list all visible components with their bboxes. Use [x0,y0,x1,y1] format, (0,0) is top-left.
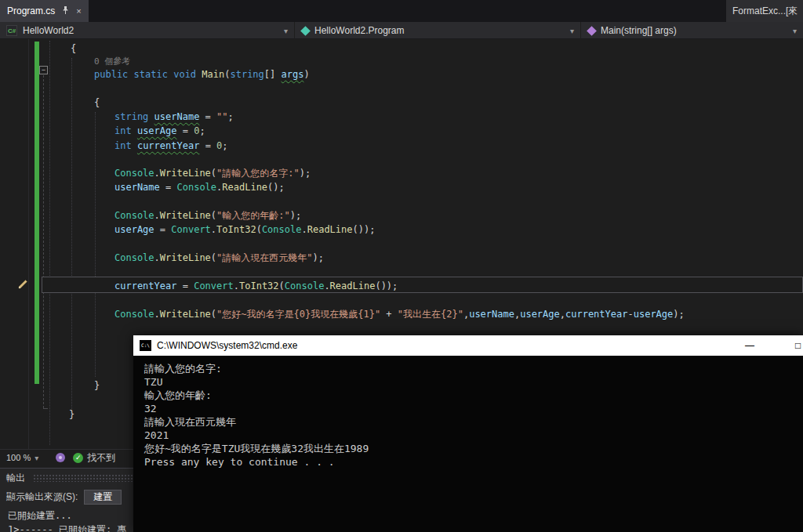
code-line[interactable]: currentYear = Convert.ToInt32(Console.Re… [114,279,398,293]
code-token: public [94,69,128,80]
code-line[interactable]: } [69,407,74,422]
code-line[interactable]: Console.WriteLine("請輸入現在西元幾年"); [114,251,324,265]
zoom-control[interactable]: 100 % [0,450,45,465]
status-indicator-icon[interactable] [56,453,65,462]
code-token: ()); [353,224,376,235]
chevron-down-icon [570,25,574,36]
code-token: "" [216,111,227,122]
code-token: "您好~我的名字是{0}我現在幾歲{1}" [216,309,380,320]
tab-title: Program.cs [7,5,55,16]
type-dropdown[interactable]: HelloWorld2.Program [296,22,581,39]
indent-guide [49,41,50,445]
maximize-button[interactable]: □ [790,335,803,356]
console-line: 您好~我的名字是TZU我現在幾歲32我出生在1989 [144,442,803,455]
code-token: WriteLine [160,168,211,179]
code-token: void [173,69,196,80]
code-token: int [114,125,132,136]
code-token: = [176,280,194,291]
code-token: { [71,43,76,54]
code-line[interactable]: { [94,96,100,110]
code-token: ReadLine [222,182,267,193]
code-token: Console [114,210,154,221]
output-source-row: 顯示輸出來源(S): 建置 [6,490,122,505]
close-icon[interactable]: × [76,7,81,16]
code-token: userName [154,111,200,122]
code-token: ToInt32 [216,224,256,235]
code-token: Console [262,224,302,235]
code-token: ( [211,210,216,221]
cmd-icon [140,340,151,351]
code-line[interactable]: int currentYear = 0; [114,139,228,153]
cmd-title-bar[interactable]: C:\WINDOWS\system32\cmd.exe — □ [133,335,803,356]
health-check-icon [73,453,83,463]
code-token: userAge [114,224,154,235]
code-line[interactable]: userName = Console.ReadLine(); [114,180,285,194]
pin-icon[interactable] [61,5,70,17]
cmd-output[interactable]: 請輸入您的名字:TZU輸入您的年齡:32請輸入現在西元幾年2021您好~我的名字… [133,356,803,532]
tab-program-cs[interactable]: Program.cs × [0,0,89,22]
output-source-label: 顯示輸出來源(S): [6,490,78,504]
console-line: 32 [144,402,803,415]
code-line[interactable]: Console.WriteLine("您好~我的名字是{0}我現在幾歲{1}" … [114,307,685,321]
code-token: Convert [171,224,211,235]
code-token: + [380,309,398,320]
code-token: ); [300,168,311,179]
code-token: ReadLine [330,280,376,291]
chevron-down-icon [284,25,288,36]
health-status-text: 找不到 [87,451,115,465]
navigation-bar: HelloWorld2 HelloWorld2.Program Main(str… [0,22,803,39]
zoom-value: 100 % [6,453,31,462]
code-token: "輸入您的年齡:" [216,210,290,221]
console-line: TZU [144,375,803,389]
code-line[interactable]: Console.WriteLine("輸入您的年齡:"); [114,208,301,223]
output-source-dropdown[interactable]: 建置 [84,490,122,505]
code-token: ); [313,252,324,263]
code-token: Console [114,168,154,179]
code-line[interactable]: public static void Main(string[] args) [94,67,310,81]
minimize-button[interactable]: — [732,335,767,356]
floating-window-title[interactable]: FormatExc...[來 [726,0,803,22]
change-tracking-bar [35,42,39,384]
output-lines: 已開始建置...1>------ 已開始建置: 專 [8,508,126,532]
code-token: = [160,182,177,193]
code-line[interactable]: userAge = Convert.ToInt32(Console.ReadLi… [114,223,375,237]
output-line: 1>------ 已開始建置: 專 [8,523,126,532]
code-line[interactable]: Console.WriteLine("請輸入您的名字:"); [114,166,311,180]
console-line: 請輸入您的名字: [144,362,803,375]
console-line: 請輸入現在西元幾年 [144,415,803,429]
console-line: Press any key to continue . . . [144,455,803,469]
code-token: int [114,140,132,151]
code-token: } [94,380,100,391]
member-dropdown[interactable]: Main(string[] args) [582,22,803,39]
code-token: ( [256,224,262,235]
code-token: ( [211,252,216,263]
code-token: Console [285,280,325,291]
code-line[interactable]: int userAge = 0; [114,124,205,138]
chevron-down-icon [35,453,38,462]
code-token: WriteLine [160,252,211,263]
code-token: ; [222,140,227,151]
console-line: 輸入您的年齡: [144,389,803,402]
edit-pencil-icon [17,278,29,290]
code-token: Console [114,309,154,320]
code-token: = [199,140,216,151]
code-token: (); [267,182,285,193]
project-dropdown[interactable]: HelloWorld2 [0,22,295,39]
code-token: = [154,224,172,235]
code-token: } [69,409,74,420]
code-line[interactable]: } [94,378,100,393]
code-token: . [154,252,160,263]
code-token: WriteLine [160,309,211,320]
type-dropdown-label: HelloWorld2.Program [314,25,565,36]
project-dropdown-label: HelloWorld2 [23,25,278,36]
code-token: ( [211,168,216,179]
code-line[interactable]: { [71,42,76,56]
codelens-references[interactable]: 0 個參考 [94,56,130,67]
code-token: . [234,280,239,291]
member-dropdown-label: Main(string[] args) [601,25,787,36]
fold-guide-foot [43,408,48,409]
fold-collapse-box[interactable] [39,66,48,74]
code-token: Console [176,182,216,193]
code-token: ()); [375,280,398,291]
code-line[interactable]: string userName = ""; [114,110,234,124]
